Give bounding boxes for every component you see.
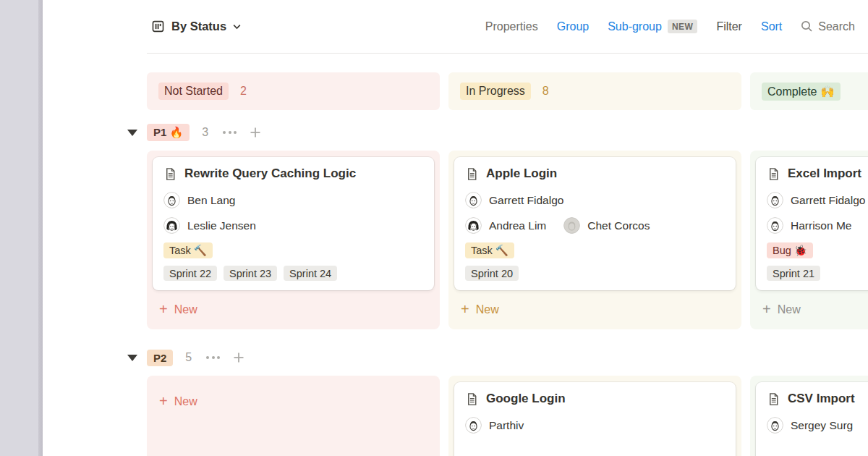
subgroup-button[interactable]: Sub-group	[608, 20, 662, 33]
search-button[interactable]: Search	[801, 20, 855, 33]
section-p1-not-started: Rewrite Query Caching Logic Ben Lang Les…	[147, 151, 440, 329]
new-card-button[interactable]: + New	[153, 290, 434, 329]
group-count: 3	[202, 126, 208, 139]
assignee-row: Parthiv	[465, 417, 725, 434]
group-count: 5	[185, 351, 192, 364]
collapse-toggle-icon[interactable]	[127, 130, 137, 136]
person-name: Chet Corcos	[587, 219, 650, 232]
group-row-p1: P1 🔥 3	[127, 120, 868, 145]
avatar	[465, 192, 482, 208]
add-card-icon[interactable]	[249, 126, 262, 139]
search-icon	[801, 20, 813, 33]
avatar	[563, 217, 580, 234]
avatar	[767, 417, 783, 434]
person-name: Harrison Me	[791, 219, 851, 232]
avatar	[767, 192, 783, 208]
card-excel-import[interactable]: Excel Import Garrett Fidalgo Harrison Me…	[756, 157, 868, 290]
group-p2-sections: + New Google Login Parthiv CSV Imp	[147, 376, 868, 456]
avatar	[163, 217, 180, 234]
card-apple-login[interactable]: Apple Login Garrett Fidalgo Andrea Lim C…	[454, 157, 736, 290]
column-count: 2	[240, 85, 247, 98]
card-title: Excel Import	[788, 166, 861, 181]
new-card-button[interactable]: + New	[756, 290, 868, 329]
sidebar-edge	[0, 0, 38, 456]
person-name: Garrett Fidalgo	[489, 194, 563, 207]
card-google-login[interactable]: Google Login Parthiv	[454, 382, 736, 456]
card-rewrite-query-caching-logic[interactable]: Rewrite Query Caching Logic Ben Lang Les…	[153, 157, 434, 290]
view-title: By Status	[171, 20, 226, 33]
assignee-row: Andrea Lim Chet Corcos	[465, 217, 725, 234]
page-icon	[767, 392, 780, 406]
type-tag: Task 🔨	[163, 242, 213, 258]
group-p1-sections: Rewrite Query Caching Logic Ben Lang Les…	[147, 151, 868, 329]
type-tag: Bug 🐞	[767, 242, 813, 258]
assignee-row: Harrison Me	[767, 217, 868, 234]
sidebar-resize-handle[interactable]	[38, 0, 43, 456]
section-p1-in-progress: Apple Login Garrett Fidalgo Andrea Lim C…	[448, 151, 741, 329]
search-label: Search	[818, 20, 855, 33]
person-name: Parthiv	[489, 419, 524, 432]
plus-icon: +	[159, 302, 168, 316]
avatar	[767, 217, 783, 234]
column-headers: Not Started 2 In Progress 8 Complete 🙌	[147, 72, 868, 110]
column-header-not-started[interactable]: Not Started 2	[147, 72, 440, 110]
card-title: Apple Login	[486, 166, 557, 181]
view-header: By Status Properties Group Sub-group NEW…	[147, 0, 868, 54]
section-p1-complete: Excel Import Garrett Fidalgo Harrison Me…	[750, 151, 868, 329]
column-header-in-progress[interactable]: In Progress 8	[448, 72, 741, 110]
plus-icon: +	[159, 394, 168, 408]
section-p2-in-progress: Google Login Parthiv	[448, 376, 741, 456]
avatar	[465, 217, 482, 234]
status-pill-complete: Complete 🙌	[762, 83, 841, 101]
plus-icon: +	[461, 302, 469, 316]
new-card-button[interactable]: + New	[153, 382, 434, 421]
assignee-row: Leslie Jensen	[163, 217, 423, 234]
assignee-row: Garrett Fidalgo	[465, 192, 725, 208]
group-pill-p1[interactable]: P1 🔥	[147, 124, 190, 141]
sort-button[interactable]: Sort	[761, 20, 782, 33]
card-title: Google Login	[486, 392, 566, 406]
more-options-icon[interactable]	[205, 353, 221, 362]
type-tag: Task 🔨	[465, 242, 514, 258]
avatar	[465, 417, 482, 434]
column-header-complete[interactable]: Complete 🙌	[750, 72, 868, 110]
card-title: CSV Import	[788, 392, 855, 406]
avatar	[163, 192, 180, 208]
filter-button[interactable]: Filter	[716, 20, 742, 33]
card-title: Rewrite Query Caching Logic	[184, 166, 356, 181]
column-count: 8	[542, 85, 549, 98]
group-pill-p2[interactable]: P2	[147, 350, 173, 366]
sprint-tag: Sprint 23	[224, 266, 277, 281]
person-name: Leslie Jensen	[187, 219, 256, 232]
assignee-row: Ben Lang	[163, 192, 423, 208]
assignee-row: Garrett Fidalgo	[767, 192, 868, 208]
person-name: Garrett Fidalgo	[791, 194, 865, 207]
new-card-button[interactable]: + New	[454, 290, 736, 329]
new-feature-badge: NEW	[668, 20, 698, 33]
sprint-tag: Sprint 21	[767, 266, 820, 281]
sprint-tag: Sprint 22	[163, 266, 217, 281]
page-icon	[163, 167, 177, 181]
person-name: Andrea Lim	[489, 219, 546, 232]
person-name: Ben Lang	[187, 194, 235, 207]
collapse-toggle-icon[interactable]	[127, 355, 137, 361]
card-csv-import[interactable]: CSV Import Sergey Surg	[756, 382, 868, 456]
view-switcher[interactable]: By Status	[151, 20, 241, 33]
chevron-down-icon	[233, 24, 241, 30]
add-card-icon[interactable]	[232, 351, 245, 364]
assignee-row: Sergey Surg	[767, 417, 868, 434]
section-p2-not-started: + New	[147, 376, 440, 456]
page-icon	[465, 167, 479, 181]
plus-icon: +	[762, 302, 771, 316]
group-button[interactable]: Group	[557, 20, 589, 33]
board-view: By Status Properties Group Sub-group NEW…	[147, 0, 868, 456]
sprint-tag: Sprint 24	[284, 266, 337, 281]
page-icon	[465, 392, 479, 406]
group-row-p2: P2 5	[127, 345, 868, 370]
properties-button[interactable]: Properties	[485, 20, 538, 33]
sprint-tag: Sprint 20	[465, 266, 519, 281]
more-options-icon[interactable]	[221, 128, 238, 137]
person-name: Sergey Surg	[791, 419, 853, 432]
status-pill-in-progress: In Progress	[460, 83, 531, 100]
section-p2-complete: CSV Import Sergey Surg	[750, 376, 868, 456]
